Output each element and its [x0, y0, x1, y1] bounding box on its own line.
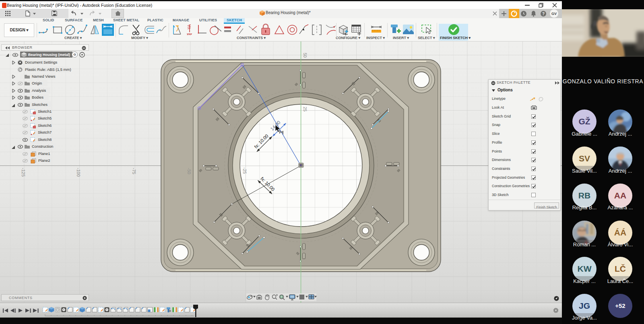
svg-text:-100: -100	[76, 168, 81, 177]
svg-text:25: 25	[303, 107, 308, 111]
svg-text:-125: -125	[21, 168, 26, 177]
svg-text:-25: -25	[242, 167, 247, 174]
svg-text:?: ?	[542, 12, 545, 16]
svg-text:50: 50	[303, 53, 308, 58]
svg-text:-50: -50	[187, 168, 192, 174]
svg-text:-75: -75	[132, 168, 136, 174]
